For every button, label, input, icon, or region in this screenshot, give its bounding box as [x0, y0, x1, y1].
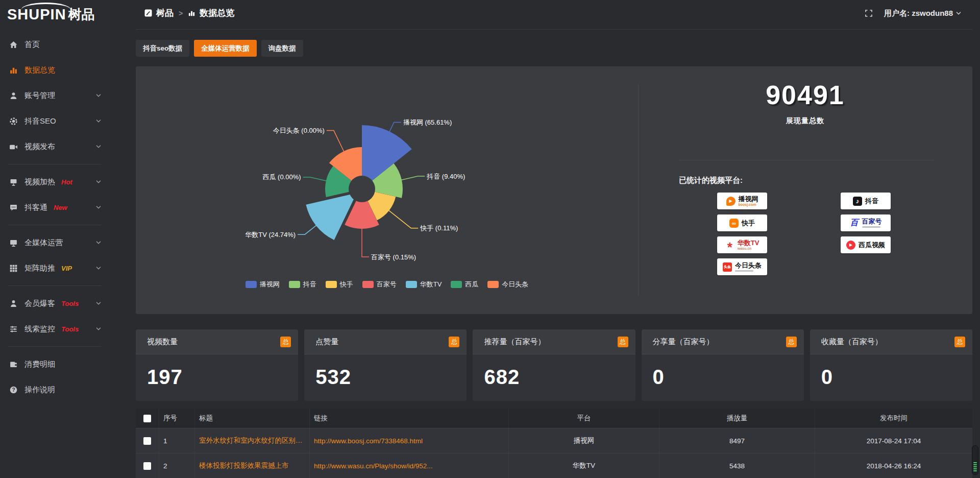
xigua-logo-icon: ▶ [846, 241, 855, 250]
stat-card-value: 532 [304, 354, 467, 389]
tab-1[interactable]: 全媒体运营数据 [194, 40, 257, 57]
table-row: 2 楼体投影灯投影效果震撼上市 http://www.wasu.cn/Play/… [136, 453, 972, 478]
platform-name: 西瓜视频 [859, 242, 885, 249]
topbar: 树品 > 数据总览 用户名: zswodun88 [110, 0, 980, 27]
tab-bar: 抖音seo数据全媒体运营数据询盘数据 [136, 40, 303, 57]
sidebar-item[interactable]: 视频加热 Hot [0, 169, 110, 195]
sidebar-item[interactable]: 全媒体运营 [0, 230, 110, 255]
pie-label-line [388, 210, 418, 228]
stat-card-title: 点赞量 [315, 337, 338, 347]
video-url-link[interactable]: http://www.boosj.com/7338468.html [314, 437, 423, 445]
legend-item[interactable]: 今日头条 [487, 280, 528, 289]
sidebar-item-label: 账号管理 [24, 91, 55, 101]
pie-label: 抖音 (9.40%) [426, 173, 465, 180]
pie-label: 百家号 (0.15%) [371, 253, 416, 261]
legend-item[interactable]: 西瓜 [451, 280, 478, 289]
legend-item[interactable]: 播视网 [246, 280, 280, 289]
select-all-checkbox[interactable] [143, 415, 151, 422]
sidebar-item[interactable]: 会员爆客 Tools [0, 291, 110, 316]
legend-item[interactable]: 抖音 [289, 280, 316, 289]
sidebar-item[interactable]: 抖音SEO [0, 108, 110, 134]
overview-panel: 播视网 (65.61%)抖音 (9.40%)快手 (0.11%)百家号 (0.1… [136, 66, 972, 314]
cell-no: 1 [159, 428, 194, 453]
column-header: 序号 [159, 409, 194, 428]
sidebar-item-label: 视频发布 [24, 142, 55, 152]
sidebar-item-label: 消费明细 [24, 360, 55, 369]
sidebar-item[interactable]: 线索监控 Tools [0, 316, 110, 342]
logo-arc-decoration [21, 3, 70, 10]
user-menu[interactable]: 用户名: zswodun88 [884, 9, 962, 18]
sidebar-item-label: 视频加热 [24, 177, 55, 187]
fullscreen-icon[interactable] [865, 9, 873, 17]
topbar-divider [136, 29, 972, 30]
cell-title: 室外水纹灯和室内水纹灯的区别和简介 [194, 428, 309, 453]
person-icon [8, 299, 18, 308]
table-header: 序号标题链接平台播放量发布时间 [136, 409, 972, 428]
sidebar-item[interactable]: 消费明细 [0, 351, 110, 377]
sidebar-item-label: 抖音SEO [24, 116, 56, 126]
grid-icon [8, 264, 18, 273]
video-url-link[interactable]: http://www.wasu.cn/Play/show/id/952... [314, 462, 433, 470]
question-icon: ? [8, 385, 18, 394]
scrollbar-stripe [973, 462, 977, 463]
rose-chart: 播视网 (65.61%)抖音 (9.40%)快手 (0.11%)百家号 (0.1… [136, 66, 638, 314]
cell-platform: 华数TV [508, 453, 659, 478]
summary-divider [679, 160, 934, 160]
cell-time: 2017-08-24 17:04 [815, 428, 972, 453]
platform-subtext: boosj.com [739, 203, 756, 206]
tab-0[interactable]: 抖音seo数据 [136, 40, 189, 57]
total-badge: 总 [786, 337, 797, 347]
summary-zone: 90491 展现量总数 已统计的视频平台: ▶ 播视网boosj.com∞ 快手… [638, 66, 972, 314]
sidebar-item[interactable]: 账号管理 [0, 83, 110, 108]
stat-card: 推荐量（百家号） 总 682 [473, 329, 635, 401]
chevron-down-icon [95, 144, 102, 150]
legend-item[interactable]: 百家号 [362, 280, 397, 289]
pie-label: 快手 (0.11%) [420, 224, 458, 232]
scrollbar-widget[interactable] [972, 445, 978, 475]
logo-text-cn: 树品 [68, 8, 95, 21]
sidebar-item-badge: Tools [61, 300, 79, 307]
wasu-logo-icon: * [725, 238, 734, 252]
user-icon [8, 91, 18, 100]
pie-label-line [362, 228, 369, 257]
rose-chart-canvas: 播视网 (65.61%)抖音 (9.40%)快手 (0.11%)百家号 (0.1… [136, 66, 638, 314]
sidebar-item[interactable]: 视频发布 [0, 134, 110, 159]
site-icon [144, 9, 152, 17]
sidebar-item-label: 线索监控 [24, 324, 55, 334]
video-camera-icon [8, 142, 18, 151]
legend-item[interactable]: 快手 [326, 280, 353, 289]
sidebar-item[interactable]: 抖客通 New [0, 195, 110, 220]
platform-badges-left: ▶ 播视网boosj.com∞ 快手* 华数TVwasu.cn头条 今日头条 [717, 193, 767, 275]
sidebar-item[interactable]: 首页 [0, 32, 110, 57]
sidebar-divider [8, 346, 102, 347]
total-impressions-label: 展现量总数 [638, 116, 972, 126]
platform-name: 快手 [742, 220, 755, 227]
tab-2[interactable]: 询盘数据 [261, 40, 303, 57]
legend-item[interactable]: 华数TV [406, 280, 442, 289]
sidebar-divider [8, 164, 102, 164]
breadcrumb-root[interactable]: 树品 [156, 7, 174, 19]
sidebar-item[interactable]: 矩阵助推 VIP [0, 255, 110, 281]
platform-name: 播视网 [739, 196, 758, 203]
platform-badge-toutiao: 头条 今日头条 [717, 258, 767, 275]
legend-swatch [451, 281, 462, 288]
stat-card-value: 197 [136, 354, 298, 389]
bar-chart-icon [8, 65, 18, 75]
kuaishou-logo-icon: ∞ [729, 219, 739, 228]
stat-card-header: 点赞量 总 [304, 329, 467, 354]
legend-label: 播视网 [260, 280, 280, 289]
monitor-icon [8, 238, 18, 247]
row-checkbox[interactable] [143, 462, 151, 470]
stat-card-title: 收藏量（百家号） [821, 337, 883, 347]
pie-label-line [303, 177, 327, 181]
video-title-link[interactable]: 室外水纹灯和室内水纹灯的区别和简介 [199, 436, 305, 445]
row-checkbox[interactable] [143, 437, 151, 445]
sidebar-item[interactable]: ? 操作说明 [0, 377, 110, 402]
sidebar-item-label: 首页 [24, 40, 40, 50]
sidebar-item[interactable]: 数据总览 [0, 57, 110, 83]
scrollbar-stripe [973, 468, 977, 469]
legend-swatch [406, 281, 417, 288]
column-header: 平台 [508, 409, 659, 428]
chevron-down-icon [95, 240, 102, 246]
video-title-link[interactable]: 楼体投影灯投影效果震撼上市 [199, 461, 289, 470]
